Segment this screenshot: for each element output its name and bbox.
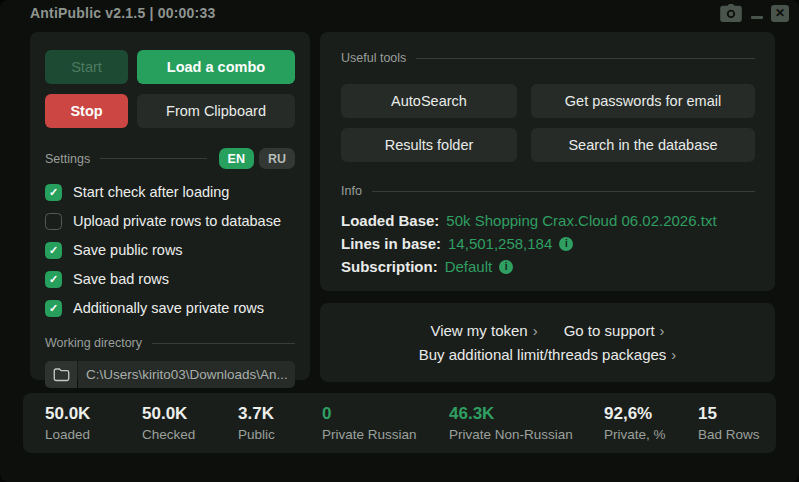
stat-bad-rows: 15 Bad Rows bbox=[698, 404, 760, 442]
load-combo-button[interactable]: Load a combo bbox=[137, 50, 295, 84]
stat-value: 0 bbox=[322, 404, 449, 424]
checkbox-icon: ✓ bbox=[45, 184, 62, 201]
screenshot-button[interactable] bbox=[719, 3, 743, 23]
browse-folder-button[interactable] bbox=[45, 361, 77, 388]
checkbox-icon: ✓ bbox=[45, 271, 62, 288]
settings-label: Settings bbox=[45, 152, 90, 166]
checkbox-label: Upload private rows to database bbox=[73, 213, 281, 229]
stat-value: 50.0K bbox=[45, 404, 142, 424]
subscription-row: Subscription: Default i bbox=[341, 255, 755, 278]
stat-private-percent: 92,6% Private, % bbox=[604, 404, 698, 442]
checkbox-upload-private-rows[interactable]: ✓ Upload private rows to database bbox=[45, 211, 295, 231]
useful-tools-header: Useful tools bbox=[341, 50, 755, 66]
view-token-link[interactable]: View my token› bbox=[430, 322, 537, 339]
subscription-label: Subscription: bbox=[341, 258, 438, 275]
from-clipboard-button[interactable]: From Clipboard bbox=[137, 94, 295, 128]
get-passwords-button[interactable]: Get passwords for email bbox=[531, 84, 755, 118]
stat-public: 3.7K Public bbox=[238, 404, 322, 442]
stop-button[interactable]: Stop bbox=[45, 94, 128, 128]
checkbox-icon: ✓ bbox=[45, 242, 62, 259]
language-ru-button[interactable]: RU bbox=[259, 148, 295, 169]
stat-value: 3.7K bbox=[238, 404, 322, 424]
links-panel: View my token› Go to support› Buy additi… bbox=[320, 303, 775, 382]
stat-value: 46.3K bbox=[449, 404, 604, 424]
checkbox-icon: ✓ bbox=[45, 300, 62, 317]
tools-info-panel: Useful tools AutoSearch Get passwords fo… bbox=[320, 32, 775, 291]
buy-packages-link[interactable]: Buy additional limit/threads packages› bbox=[419, 346, 677, 363]
links-row-bottom: Buy additional limit/threads packages› bbox=[419, 346, 677, 363]
folder-icon bbox=[53, 367, 70, 382]
close-button[interactable]: ✕ bbox=[771, 5, 789, 22]
checkbox-label: Additionally save private rows bbox=[73, 300, 264, 316]
divider bbox=[152, 343, 295, 344]
info-rows: Loaded Base: 50k Shopping Crax.Cloud 06.… bbox=[341, 209, 755, 278]
tools-buttons: AutoSearch Get passwords for email Resul… bbox=[341, 84, 755, 162]
control-panel: Start Load a combo Stop From Clipboard S… bbox=[30, 32, 310, 380]
checkbox-save-private-rows[interactable]: ✓ Additionally save private rows bbox=[45, 298, 295, 318]
divider bbox=[416, 58, 755, 59]
checkbox-label: Start check after loading bbox=[73, 184, 229, 200]
working-directory-label: Working directory bbox=[45, 336, 142, 350]
window-title: AntiPublic v2.1.5 | 00:00:33 bbox=[30, 5, 215, 21]
stat-label: Checked bbox=[142, 427, 238, 442]
lines-in-base-label: Lines in base: bbox=[341, 235, 441, 252]
titlebar-controls: ✕ bbox=[719, 0, 789, 26]
start-button[interactable]: Start bbox=[45, 50, 128, 84]
working-directory-path[interactable]: C:\Users\kirito03\Downloads\An... bbox=[78, 361, 295, 388]
minimize-icon bbox=[751, 16, 763, 19]
chevron-right-icon: › bbox=[671, 346, 676, 363]
stat-label: Private Russian bbox=[322, 427, 449, 442]
loaded-base-value: 50k Shopping Crax.Cloud 06.02.2026.txt bbox=[446, 212, 716, 229]
loaded-base-label: Loaded Base: bbox=[341, 212, 439, 229]
settings-checkboxes: ✓ Start check after loading ✓ Upload pri… bbox=[45, 182, 295, 318]
settings-header: Settings EN RU bbox=[45, 148, 295, 169]
close-icon: ✕ bbox=[775, 7, 785, 19]
titlebar[interactable]: AntiPublic v2.1.5 | 00:00:33 ✕ bbox=[0, 0, 799, 26]
app-window: AntiPublic v2.1.5 | 00:00:33 ✕ Start Loa… bbox=[0, 0, 799, 482]
support-link[interactable]: Go to support› bbox=[564, 322, 665, 339]
links-row-top: View my token› Go to support› bbox=[430, 322, 664, 339]
stat-value: 50.0K bbox=[142, 404, 238, 424]
chevron-right-icon: › bbox=[660, 322, 665, 339]
stat-value: 92,6% bbox=[604, 404, 698, 424]
checkbox-label: Save public rows bbox=[73, 242, 183, 258]
checkbox-label: Save bad rows bbox=[73, 271, 169, 287]
info-icon[interactable]: i bbox=[559, 237, 573, 251]
info-label: Info bbox=[341, 184, 362, 198]
autosearch-button[interactable]: AutoSearch bbox=[341, 84, 517, 118]
stat-label: Private, % bbox=[604, 427, 698, 442]
lines-in-base-row: Lines in base: 14,501,258,184 i bbox=[341, 232, 755, 255]
info-icon[interactable]: i bbox=[499, 260, 513, 274]
loaded-base-row: Loaded Base: 50k Shopping Crax.Cloud 06.… bbox=[341, 209, 755, 232]
stat-loaded: 50.0K Loaded bbox=[45, 404, 142, 442]
stat-checked: 50.0K Checked bbox=[142, 404, 238, 442]
divider bbox=[372, 191, 755, 192]
stat-value: 15 bbox=[698, 404, 760, 424]
divider bbox=[100, 158, 206, 159]
working-directory-header: Working directory bbox=[45, 335, 295, 351]
chevron-right-icon: › bbox=[533, 322, 538, 339]
working-directory-control: C:\Users\kirito03\Downloads\An... bbox=[45, 361, 295, 388]
run-buttons: Start Load a combo Stop From Clipboard bbox=[45, 50, 295, 128]
checkbox-icon: ✓ bbox=[45, 213, 62, 230]
checkbox-save-public-rows[interactable]: ✓ Save public rows bbox=[45, 240, 295, 260]
stat-private-non-russian: 46.3K Private Non-Russian bbox=[449, 404, 604, 442]
results-folder-button[interactable]: Results folder bbox=[341, 128, 517, 162]
checkbox-save-bad-rows[interactable]: ✓ Save bad rows bbox=[45, 269, 295, 289]
info-header: Info bbox=[341, 183, 755, 199]
stat-label: Private Non-Russian bbox=[449, 427, 604, 442]
useful-tools-label: Useful tools bbox=[341, 51, 406, 65]
subscription-value: Default bbox=[445, 258, 493, 275]
checkbox-start-check-after-loading[interactable]: ✓ Start check after loading bbox=[45, 182, 295, 202]
stat-label: Loaded bbox=[45, 427, 142, 442]
camera-icon bbox=[720, 4, 742, 22]
minimize-button[interactable] bbox=[749, 3, 765, 23]
stat-label: Bad Rows bbox=[698, 427, 760, 442]
language-en-button[interactable]: EN bbox=[219, 148, 254, 169]
search-database-button[interactable]: Search in the database bbox=[531, 128, 755, 162]
stats-bar: 50.0K Loaded 50.0K Checked 3.7K Public 0… bbox=[23, 393, 776, 453]
stat-label: Public bbox=[238, 427, 322, 442]
lines-in-base-value: 14,501,258,184 bbox=[448, 235, 552, 252]
stat-private-russian: 0 Private Russian bbox=[322, 404, 449, 442]
